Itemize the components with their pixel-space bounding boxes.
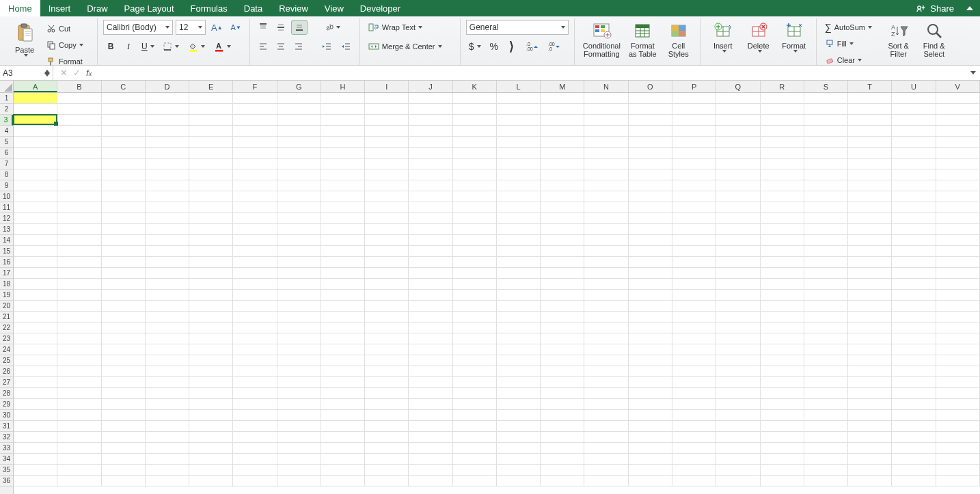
cell[interactable] <box>14 355 57 366</box>
cell[interactable] <box>277 257 321 268</box>
percent-button[interactable]: % <box>487 39 502 54</box>
cell[interactable] <box>365 388 409 399</box>
cell[interactable] <box>804 235 848 246</box>
row-header[interactable]: 9 <box>0 180 13 191</box>
cell[interactable] <box>584 465 628 476</box>
cell[interactable] <box>497 137 541 148</box>
cell[interactable] <box>541 421 584 432</box>
cell[interactable] <box>804 432 848 443</box>
cell[interactable] <box>453 148 497 159</box>
cell[interactable] <box>189 312 233 323</box>
cell[interactable] <box>321 126 365 137</box>
cell[interactable] <box>804 323 848 333</box>
cell[interactable] <box>761 159 804 169</box>
cell[interactable] <box>146 301 189 312</box>
cell[interactable] <box>761 388 804 399</box>
cell[interactable] <box>761 268 804 279</box>
cell[interactable] <box>848 148 892 159</box>
cell[interactable] <box>936 148 980 159</box>
cell[interactable] <box>57 180 101 191</box>
row-header[interactable]: 18 <box>0 279 13 290</box>
cell[interactable] <box>584 126 628 137</box>
cell[interactable] <box>453 344 497 355</box>
cell[interactable] <box>409 93 452 104</box>
cell[interactable] <box>277 202 321 213</box>
cell[interactable] <box>102 366 146 377</box>
cell[interactable] <box>321 93 365 104</box>
cell[interactable] <box>936 268 980 279</box>
name-box-down-icon[interactable] <box>44 73 50 77</box>
cell[interactable] <box>497 355 541 366</box>
cell[interactable] <box>629 224 672 235</box>
cell[interactable] <box>629 421 672 432</box>
cell[interactable] <box>848 257 892 268</box>
cell[interactable] <box>716 366 760 377</box>
cell[interactable] <box>584 235 628 246</box>
cell[interactable] <box>761 421 804 432</box>
cell[interactable] <box>189 257 233 268</box>
cell[interactable] <box>892 323 936 333</box>
row-header[interactable]: 29 <box>0 399 13 410</box>
tab-formulas[interactable]: Formulas <box>182 0 236 16</box>
cell[interactable] <box>584 279 628 290</box>
cell[interactable] <box>365 93 409 104</box>
cell[interactable] <box>497 169 541 180</box>
cell[interactable] <box>321 377 365 388</box>
cell[interactable] <box>892 290 936 301</box>
cell[interactable] <box>453 323 497 333</box>
cell[interactable] <box>716 476 760 486</box>
decrease-decimal-button[interactable]: .00.0 <box>544 39 563 54</box>
cell[interactable] <box>146 93 189 104</box>
row-header[interactable]: 20 <box>0 301 13 312</box>
cell[interactable] <box>761 213 804 224</box>
cell[interactable] <box>277 159 321 169</box>
cell[interactable] <box>672 180 716 191</box>
cell[interactable] <box>497 191 541 202</box>
cell[interactable] <box>57 377 101 388</box>
cell[interactable] <box>936 246 980 257</box>
cell[interactable] <box>321 323 365 333</box>
cell[interactable] <box>453 115 497 126</box>
cell[interactable] <box>321 213 365 224</box>
cell[interactable] <box>848 454 892 465</box>
cell[interactable] <box>189 410 233 421</box>
cell[interactable] <box>584 312 628 323</box>
cell[interactable] <box>629 257 672 268</box>
cell[interactable] <box>14 115 57 126</box>
cell[interactable] <box>848 93 892 104</box>
cell[interactable] <box>146 246 189 257</box>
cell[interactable] <box>716 410 760 421</box>
cell[interactable] <box>14 301 57 312</box>
cell[interactable] <box>497 301 541 312</box>
insert-cells-button[interactable]: Insert <box>707 20 739 54</box>
cell[interactable] <box>936 399 980 410</box>
cell[interactable] <box>365 257 409 268</box>
cell[interactable] <box>57 421 101 432</box>
cell[interactable] <box>365 312 409 323</box>
cell[interactable] <box>321 180 365 191</box>
cell[interactable] <box>497 257 541 268</box>
cell[interactable] <box>146 312 189 323</box>
cell[interactable] <box>321 268 365 279</box>
cell[interactable] <box>233 366 277 377</box>
cell[interactable] <box>102 180 146 191</box>
cell[interactable] <box>146 235 189 246</box>
cell[interactable] <box>629 235 672 246</box>
cell[interactable] <box>497 268 541 279</box>
cell[interactable] <box>57 268 101 279</box>
cell[interactable] <box>541 148 584 159</box>
cell[interactable] <box>233 355 277 366</box>
column-header[interactable]: S <box>804 81 848 92</box>
cell[interactable] <box>848 421 892 432</box>
cell[interactable] <box>761 257 804 268</box>
cell[interactable] <box>321 159 365 169</box>
cell[interactable] <box>365 421 409 432</box>
cell[interactable] <box>57 476 101 486</box>
cell[interactable] <box>277 377 321 388</box>
cell[interactable] <box>453 268 497 279</box>
cell[interactable] <box>277 115 321 126</box>
cell[interactable] <box>102 115 146 126</box>
cell[interactable] <box>57 159 101 169</box>
cell[interactable] <box>409 476 452 486</box>
cell[interactable] <box>716 399 760 410</box>
